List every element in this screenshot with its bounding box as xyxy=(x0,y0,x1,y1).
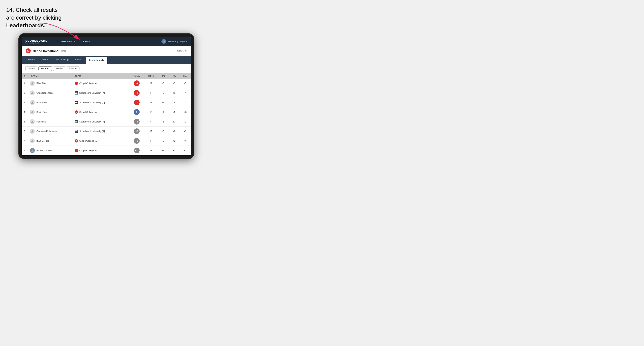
player-cell: Rees Britt xyxy=(28,117,73,127)
nav-teams[interactable]: TEAMS xyxy=(78,37,93,46)
team-cell: CClippd College [A] xyxy=(73,136,128,146)
instruction-text: 14. Check all results are correct by cli… xyxy=(6,6,62,29)
col-rd2: RD2 xyxy=(168,73,180,79)
team-cell: CClippd College [A] xyxy=(73,79,128,88)
filter-strokes[interactable]: Strokes xyxy=(67,66,80,71)
rd2-cell: -2 xyxy=(168,98,180,107)
rd2-cell: +1 xyxy=(168,136,180,146)
close-icon: ✕ xyxy=(185,50,187,52)
table-row: 2Chris RobertsonScoreboard University [A… xyxy=(22,88,191,98)
team-logo-icon: C xyxy=(75,82,78,85)
tournament-logo: C xyxy=(26,48,31,53)
thru-cell: F xyxy=(145,98,157,107)
rd3-cell: +2 xyxy=(180,146,191,155)
rd2-cell: +5 xyxy=(168,88,180,98)
col-rd1: RD1 xyxy=(157,73,168,79)
score-badge: +11 xyxy=(134,148,140,153)
cancel-button[interactable]: Cancel ✕ xyxy=(177,50,187,52)
player-avatar xyxy=(30,148,35,153)
logo-sub: Powered by clippd xyxy=(25,42,48,44)
tablet-screen: SCOREBOARD Powered by clippd TOURNAMENTS… xyxy=(22,37,191,155)
team-cell: Scoreboard University [A] xyxy=(73,88,128,98)
team-cell: CClippd College [A] xyxy=(73,107,128,117)
score-badge: +9 xyxy=(134,138,140,144)
tournament-name: Clippd Invitational xyxy=(33,49,59,53)
nav-right: TU Test User | Sign out xyxy=(162,39,187,44)
total-cell: -4 xyxy=(128,88,145,98)
player-name: Rees Britt xyxy=(36,120,46,123)
filter-teams[interactable]: Teams xyxy=(25,66,37,71)
rank-cell: 1 xyxy=(22,79,28,88)
team-logo-icon xyxy=(75,130,78,133)
table-row: 4David FordCClippd College [A]EF+1-4+3 xyxy=(22,107,191,117)
col-rd3: RD3 xyxy=(180,73,191,79)
rd3-cell: +6 xyxy=(180,136,191,146)
filter-row: Teams Players Scores Strokes xyxy=(22,64,191,73)
player-cell: Cameron Robertson xyxy=(28,127,73,136)
rd2-cell: E xyxy=(168,117,180,127)
rank-cell: 8 xyxy=(22,146,28,155)
rank-cell: 7 xyxy=(22,136,28,146)
score-badge: -2 xyxy=(134,100,140,105)
rank-cell: 6 xyxy=(22,127,28,136)
filter-players[interactable]: Players xyxy=(38,66,52,71)
col-team: TEAM xyxy=(73,73,128,79)
thru-cell: F xyxy=(145,117,157,127)
team-cell: Scoreboard University [A] xyxy=(73,98,128,107)
team-name: Clippd College [A] xyxy=(79,111,97,113)
player-name: Blair McHarg xyxy=(36,140,50,142)
table-header-row: # PLAYER TEAM TOTAL THRU RD1 RD2 RD3 xyxy=(22,73,191,79)
tab-details[interactable]: Details xyxy=(25,56,38,64)
score-badge: E xyxy=(134,109,140,115)
team-name: Clippd College [A] xyxy=(79,82,97,85)
player-avatar xyxy=(30,90,35,95)
tab-results[interactable]: Results xyxy=(72,56,86,64)
rd3-cell: -1 xyxy=(180,127,191,136)
col-total: TOTAL xyxy=(128,73,145,79)
user-avatar: TU xyxy=(162,39,166,44)
team-logo-icon: C xyxy=(75,110,78,114)
player-name: David Ford xyxy=(36,111,48,113)
total-cell: +6 xyxy=(128,127,145,136)
filter-scores[interactable]: Scores xyxy=(53,66,66,71)
rd2-cell: +7 xyxy=(168,146,180,155)
player-cell: Marcus Turners xyxy=(28,146,73,155)
player-avatar xyxy=(30,129,35,134)
table-row: 6Cameron RobertsonScoreboard University … xyxy=(22,127,191,136)
player-avatar xyxy=(30,81,35,86)
tab-course-setup[interactable]: Course Setup xyxy=(52,56,72,64)
user-label: Test User | xyxy=(168,40,178,43)
team-name: Clippd College [A] xyxy=(79,140,97,142)
col-rank: # xyxy=(22,73,28,79)
player-avatar xyxy=(30,100,35,105)
tab-teams[interactable]: Teams xyxy=(38,56,52,64)
nav-tournaments[interactable]: TOURNAMENTS xyxy=(53,37,78,46)
rd3-cell: E xyxy=(180,117,191,127)
table-row: 3Rich ButlerScoreboard University [A]-2F… xyxy=(22,98,191,107)
tournament-header: C Clippd Invitational (Men) Cancel ✕ xyxy=(22,46,191,56)
rd1-cell: +2 xyxy=(157,136,168,146)
player-cell: Chris Robertson xyxy=(28,88,73,98)
team-name: Clippd College [A] xyxy=(79,149,97,152)
logo-text: SCOREBOARD xyxy=(25,39,48,42)
total-cell: E xyxy=(128,107,145,117)
total-cell: -8 xyxy=(128,79,145,88)
rank-cell: 4 xyxy=(22,107,28,117)
team-logo-icon: C xyxy=(75,149,78,152)
team-logo-icon xyxy=(75,91,78,95)
rd3-cell: -1 xyxy=(180,98,191,107)
tab-leaderboards[interactable]: Leaderboards xyxy=(86,57,107,64)
rd1-cell: +2 xyxy=(157,146,168,155)
player-name: Rich Butler xyxy=(36,101,48,104)
team-logo-icon: C xyxy=(75,139,78,143)
thru-cell: F xyxy=(145,79,157,88)
thru-cell: F xyxy=(145,146,157,155)
col-thru: THRU xyxy=(145,73,157,79)
player-cell: Rich Butler xyxy=(28,98,73,107)
signout-link[interactable]: Sign out xyxy=(180,40,187,43)
rd3-cell: +3 xyxy=(180,107,191,117)
tournament-gender: (Men) xyxy=(61,50,67,52)
rank-cell: 5 xyxy=(22,117,28,127)
player-avatar xyxy=(30,138,35,143)
team-cell: Scoreboard University [A] xyxy=(73,127,128,136)
